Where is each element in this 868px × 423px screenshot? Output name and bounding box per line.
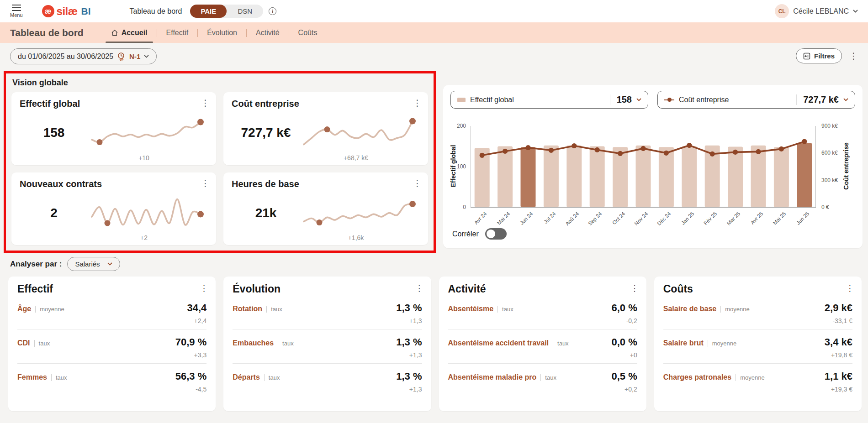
metric-row[interactable]: Femmestaux56,3 % -4,5 — [17, 363, 206, 397]
filters-label: Filtres — [814, 52, 835, 60]
sparkline — [88, 192, 206, 234]
x-axis-label: Oct 24 — [611, 211, 626, 225]
user-menu[interactable]: CL Cécile LEBLANC — [775, 4, 858, 18]
card-kebab-menu[interactable]: ⋮ — [415, 284, 424, 292]
metric-name[interactable]: Femmes — [17, 373, 47, 381]
chevron-down-icon — [843, 98, 848, 101]
metric-row[interactable]: Rotationtaux1,3 % +1,3 — [233, 295, 422, 329]
info-icon[interactable]: i — [269, 7, 276, 15]
tab-accueil[interactable]: Accueil — [102, 22, 157, 43]
chart-point[interactable] — [664, 151, 669, 156]
metric-row[interactable]: Absentéisme accident travailtaux0,0 % +0 — [448, 329, 637, 363]
metric-value: 56,3 % — [175, 371, 207, 382]
chart-bar[interactable] — [544, 146, 559, 207]
metric-name[interactable]: Départs — [233, 373, 260, 381]
chart-point[interactable] — [595, 147, 600, 152]
x-axis-label: Avr 25 — [750, 211, 764, 225]
chart-bar[interactable] — [774, 147, 789, 207]
chart-bar[interactable] — [566, 146, 582, 207]
chart-point[interactable] — [710, 151, 715, 157]
metric-value: 1,3 % — [396, 302, 422, 314]
card-kebab-menu[interactable]: ⋮ — [413, 99, 422, 107]
chart-bar[interactable] — [636, 146, 651, 207]
legend-effectif-global[interactable]: Effectif global 158 — [450, 91, 648, 109]
chart-point[interactable] — [618, 151, 623, 156]
card-kebab-menu[interactable]: ⋮ — [413, 179, 422, 188]
toggle-dsn[interactable]: DSN — [227, 5, 263, 18]
chart-point[interactable] — [802, 139, 807, 144]
metric-name[interactable]: Absentéisme — [448, 305, 494, 313]
chart-bar[interactable] — [728, 146, 743, 207]
chart-point[interactable] — [503, 149, 508, 154]
chart-bar[interactable] — [751, 146, 766, 207]
metric-row[interactable]: Âgemoyenne34,4 +2,4 — [17, 295, 206, 329]
toggle-paie[interactable]: PAIE — [190, 5, 227, 18]
chart-bar[interactable] — [498, 146, 513, 208]
metric-name[interactable]: Rotation — [233, 305, 262, 313]
tab-effectif[interactable]: Effectif — [157, 22, 198, 43]
metric-delta: +3,3 — [17, 351, 206, 359]
date-range-selector[interactable]: du 01/06/2025 au 30/06/2025 N-1 — [10, 48, 157, 64]
metric-value: 1,1 k€ — [825, 371, 852, 382]
metric-row[interactable]: Charges patronalesmoyenne1,1 k€ +19,3 € — [663, 363, 852, 397]
metric-row[interactable]: Salaire de basemoyenne2,9 k€ -33,1 € — [663, 295, 852, 329]
chart-point[interactable] — [525, 145, 530, 150]
chart-point[interactable] — [549, 148, 554, 153]
analyser-par-select[interactable]: Salariés — [67, 257, 120, 271]
tab-evolution[interactable]: Évolution — [198, 22, 246, 43]
vision-globale-section: Vision globale Effectif global ⋮ 158 +10… — [4, 71, 436, 253]
card-kebab-menu[interactable]: ⋮ — [200, 284, 208, 292]
metric-row[interactable]: Salaire brutmoyenne3,4 k€ +19,8 € — [663, 329, 852, 363]
card-kebab-menu[interactable]: ⋮ — [630, 284, 639, 292]
tab-activite[interactable]: Activité — [247, 22, 289, 43]
chart-point[interactable] — [756, 149, 761, 154]
card-kebab-menu[interactable]: ⋮ — [846, 284, 854, 292]
chart-bar[interactable] — [659, 147, 674, 207]
metric-name[interactable]: Charges patronales — [663, 373, 731, 381]
kpi-card-cout-entreprise[interactable]: Coût entreprise ⋮ 727,7 k€ +68,7 k€ — [223, 92, 428, 165]
metric-name[interactable]: Absentéisme accident travail — [448, 339, 549, 347]
metric-name[interactable]: Salaire brut — [663, 339, 704, 347]
metric-row[interactable]: Embauchestaux1,3 % +1,3 — [233, 329, 422, 363]
metric-row[interactable]: Absentéisme maladie protaux0,5 % +0,2 — [448, 363, 637, 397]
metric-row[interactable]: Départstaux1,3 % +1,3 — [233, 363, 422, 397]
chart-point[interactable] — [687, 143, 692, 148]
chart-bar[interactable] — [682, 146, 697, 208]
chart-bar[interactable] — [590, 146, 605, 208]
metric-name[interactable]: Embauches — [233, 339, 274, 347]
kpi-delta: +10 — [89, 154, 199, 162]
kpi-card-heures-de-base[interactable]: Heures de base ⋮ 21k +1,6k — [223, 172, 428, 245]
chart-point[interactable] — [640, 146, 646, 151]
menu-button[interactable]: Menu — [10, 5, 23, 18]
kpi-card-effectif-global[interactable]: Effectif global ⋮ 158 +10 — [11, 92, 216, 165]
page-kebab-menu[interactable]: ⋮ — [849, 52, 858, 60]
kpi-title: Heures de base — [232, 179, 420, 189]
metric-qualifier: taux — [498, 306, 513, 313]
y-tick-label: 900 k€ — [821, 123, 838, 129]
card-kebab-menu[interactable]: ⋮ — [201, 179, 210, 188]
y-tick-label: 300 k€ — [821, 177, 838, 183]
combo-chart: Effectif global 2001000 900 k€600 k€300 … — [443, 115, 863, 229]
tab-couts[interactable]: Coûts — [289, 22, 327, 43]
metric-name[interactable]: Salaire de base — [663, 305, 717, 313]
metric-row[interactable]: CDItaux70,9 % +3,3 — [17, 329, 206, 363]
chart-point[interactable] — [779, 146, 784, 151]
chart-bar[interactable] — [797, 143, 812, 207]
kpi-card-nouveaux-contrats[interactable]: Nouveaux contrats ⋮ 2 +2 — [11, 172, 216, 245]
legend-value: 158 — [610, 94, 632, 105]
filters-button[interactable]: Filtres — [796, 48, 842, 63]
metric-name[interactable]: Âge — [17, 305, 31, 313]
tab-label: Coûts — [298, 29, 318, 37]
chart-point[interactable] — [572, 143, 577, 148]
metric-name[interactable]: CDI — [17, 339, 30, 347]
chart-bar[interactable] — [521, 147, 536, 207]
metric-name[interactable]: Absentéisme maladie pro — [448, 373, 537, 381]
chart-point[interactable] — [733, 150, 738, 155]
chart-bar[interactable] — [613, 147, 628, 207]
card-kebab-menu[interactable]: ⋮ — [201, 99, 210, 107]
logo-suffix: BI — [81, 6, 91, 17]
chart-point[interactable] — [480, 153, 485, 158]
legend-cout-entreprise[interactable]: Coût entreprise 727,7 k€ — [657, 91, 855, 109]
correlate-toggle[interactable] — [485, 228, 507, 240]
metric-row[interactable]: Absentéismetaux6,0 % -0,2 — [448, 295, 637, 329]
